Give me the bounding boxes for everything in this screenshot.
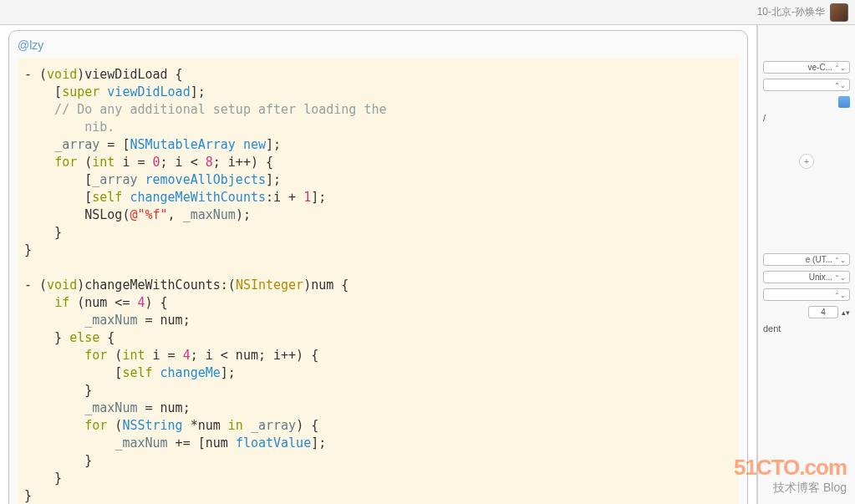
- lineending-select[interactable]: Unix...: [763, 271, 850, 283]
- dent-label: dent: [763, 323, 781, 333]
- message-bubble: @lzy - (void)viewDidLoad { [super viewDi…: [8, 30, 748, 504]
- path-text: /: [763, 113, 766, 123]
- mention[interactable]: @lzy: [18, 38, 43, 52]
- inspector-panel: ve-C... / + e (UT... Unix... 4▴▾ dent: [757, 25, 855, 504]
- folder-icon[interactable]: [838, 96, 850, 108]
- select-blank[interactable]: [763, 288, 850, 301]
- select-2[interactable]: [763, 79, 850, 91]
- avatar[interactable]: [830, 3, 848, 22]
- encoding-select[interactable]: e (UT...: [763, 253, 850, 266]
- chat-panel: @lzy - (void)viewDidLoad { [super viewDi…: [0, 25, 757, 504]
- filetype-select[interactable]: ve-C...: [763, 61, 850, 74]
- user-label: 10-北京-孙焕华: [757, 5, 825, 19]
- chat-header: 10-北京-孙焕华: [0, 0, 855, 25]
- indent-stepper[interactable]: 4: [808, 306, 838, 318]
- add-button[interactable]: +: [799, 154, 814, 169]
- code-block: - (void)viewDidLoad { [super viewDidLoad…: [18, 58, 739, 504]
